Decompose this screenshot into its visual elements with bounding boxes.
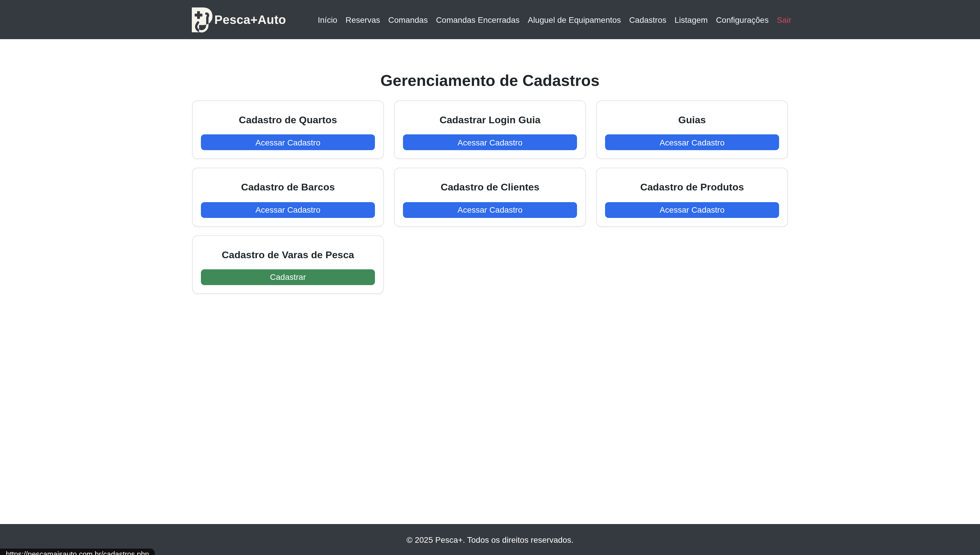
pesca-auto-logo-icon: [189, 6, 213, 33]
card-guias: Guias Acessar Cadastro: [596, 101, 788, 159]
nav-sair-logout[interactable]: Sair: [777, 15, 791, 24]
brand-logo-link[interactable]: Pesca+Auto: [189, 6, 286, 33]
cards-grid: Cadastro de Quartos Acessar Cadastro Cad…: [192, 101, 788, 294]
acessar-cadastro-quartos-button[interactable]: Acessar Cadastro: [201, 135, 375, 151]
page: Pesca+Auto Início Reservas Comandas Coma…: [0, 0, 980, 555]
main-content: Gerenciamento de Cadastros Cadastro de Q…: [0, 39, 980, 524]
acessar-cadastro-produtos-button[interactable]: Acessar Cadastro: [605, 202, 779, 218]
card-cadastro-quartos: Cadastro de Quartos Acessar Cadastro: [192, 101, 384, 159]
acessar-cadastro-guias-button[interactable]: Acessar Cadastro: [605, 135, 779, 151]
nav-comandas[interactable]: Comandas: [388, 15, 428, 24]
nav-listagem[interactable]: Listagem: [674, 15, 708, 24]
page-title: Gerenciamento de Cadastros: [0, 72, 980, 90]
card-title: Cadastro de Quartos: [201, 114, 375, 127]
nav-links: Início Reservas Comandas Comandas Encerr…: [318, 14, 791, 25]
acessar-cadastro-clientes-button[interactable]: Acessar Cadastro: [403, 202, 577, 218]
nav-cadastros[interactable]: Cadastros: [629, 15, 666, 24]
card-title: Cadastrar Login Guia: [403, 114, 577, 127]
card-cadastro-varas-pesca: Cadastro de Varas de Pesca Cadastrar: [192, 235, 384, 294]
nav-comandas-encerradas[interactable]: Comandas Encerradas: [436, 15, 519, 24]
link-preview-statusbar: https://pescamaisauto.com.br/cadastros.p…: [0, 549, 155, 555]
card-title: Cadastro de Barcos: [201, 181, 375, 194]
acessar-cadastro-barcos-button[interactable]: Acessar Cadastro: [201, 202, 375, 218]
brand-name: Pesca+Auto: [215, 13, 286, 26]
nav-inicio[interactable]: Início: [318, 15, 337, 24]
nav-configuracoes[interactable]: Configurações: [716, 15, 769, 24]
acessar-cadastro-login-guia-button[interactable]: Acessar Cadastro: [403, 135, 577, 151]
navbar-container: Pesca+Auto Início Reservas Comandas Coma…: [189, 6, 791, 33]
card-cadastro-barcos: Cadastro de Barcos Acessar Cadastro: [192, 168, 384, 227]
card-cadastro-produtos: Cadastro de Produtos Acessar Cadastro: [596, 168, 788, 227]
nav-reservas[interactable]: Reservas: [346, 15, 380, 24]
card-title: Cadastro de Produtos: [605, 181, 779, 194]
card-cadastro-clientes: Cadastro de Clientes Acessar Cadastro: [394, 168, 586, 227]
card-title: Guias: [605, 114, 779, 127]
card-title: Cadastro de Varas de Pesca: [201, 249, 375, 261]
copyright-text: © 2025 Pesca+. Todos os direitos reserva…: [407, 535, 573, 544]
card-title: Cadastro de Clientes: [403, 181, 577, 194]
top-navbar: Pesca+Auto Início Reservas Comandas Coma…: [0, 0, 980, 39]
card-cadastrar-login-guia: Cadastrar Login Guia Acessar Cadastro: [394, 101, 586, 159]
link-preview-url: https://pescamaisauto.com.br/cadastros.p…: [6, 550, 149, 555]
cadastrar-varas-pesca-button[interactable]: Cadastrar: [201, 269, 375, 285]
nav-aluguel-equipamentos[interactable]: Aluguel de Equipamentos: [528, 15, 621, 24]
